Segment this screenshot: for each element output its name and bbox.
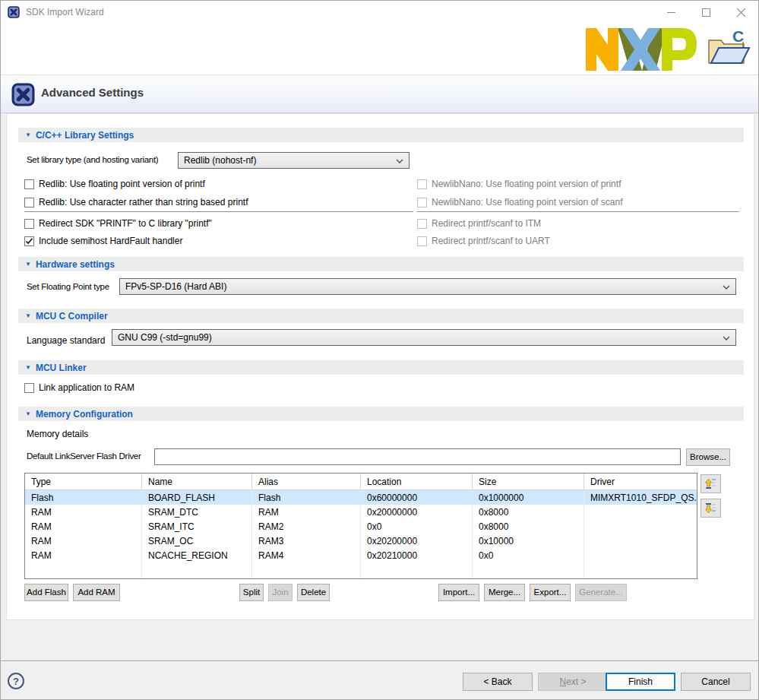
import-button[interactable]: Import... bbox=[438, 584, 479, 601]
join-button: Join bbox=[268, 584, 293, 601]
table-header-row: Type Name Alias Location Size Driver bbox=[25, 474, 697, 490]
chevron-down-icon bbox=[723, 336, 730, 340]
separator bbox=[1, 660, 758, 662]
collapse-arrow-icon[interactable]: ▼ bbox=[25, 131, 31, 138]
move-up-icon bbox=[704, 477, 717, 490]
chevron-down-icon bbox=[396, 159, 403, 163]
checkbox-box bbox=[417, 179, 427, 189]
checkbox-newlibnano-scanf: NewlibNano: Use floating point version o… bbox=[417, 196, 622, 208]
cell-driver: MIMXRT1010_SFDP_QS... bbox=[584, 490, 697, 505]
floating-point-value: FPv5-SP-D16 (Hard ABI) bbox=[125, 281, 226, 292]
checkbox-box[interactable] bbox=[24, 219, 34, 229]
move-up-button[interactable] bbox=[700, 474, 721, 493]
maximize-icon bbox=[702, 8, 710, 17]
close-icon bbox=[737, 8, 745, 17]
cell-location: 0x20000000 bbox=[361, 505, 473, 519]
table-row[interactable]: RAM SRAM_DTC RAM 0x20000000 0x8000 bbox=[25, 505, 697, 519]
split-button[interactable]: Split bbox=[239, 584, 264, 601]
checkbox-redlib-float-printf[interactable]: Redlib: Use floating point version of pr… bbox=[24, 178, 205, 190]
section-compiler-header[interactable]: ▼ MCU C Compiler bbox=[18, 309, 744, 323]
cell-size: 0x8000 bbox=[473, 519, 584, 534]
table-row[interactable]: Flash BOARD_FLASH Flash 0x60000000 0x100… bbox=[25, 490, 697, 505]
wizard-header: Advanced Settings bbox=[1, 74, 758, 113]
cell-name: BOARD_FLASH bbox=[142, 490, 252, 505]
library-type-label: Set library type (and hosting variant) bbox=[27, 155, 158, 164]
memory-table[interactable]: Type Name Alias Location Size Driver Fla… bbox=[24, 473, 697, 579]
column-header-name[interactable]: Name bbox=[142, 474, 252, 489]
floating-point-select[interactable]: FPv5-SP-D16 (Hard ABI) bbox=[119, 278, 736, 295]
add-ram-button[interactable]: Add RAM bbox=[73, 584, 120, 601]
checkbox-label: Link application to RAM bbox=[39, 382, 134, 393]
checkbox-semihost-hardfault[interactable]: Include semihost HardFault handler bbox=[24, 235, 182, 247]
cell-size: 0x1000000 bbox=[473, 490, 584, 505]
column-header-alias[interactable]: Alias bbox=[252, 474, 361, 489]
language-standard-label: Language standard bbox=[27, 335, 105, 346]
nxp-logo bbox=[585, 27, 699, 72]
table-row[interactable]: RAM NCACHE_REGION RAM4 0x20210000 0x0 bbox=[25, 548, 697, 562]
browse-button[interactable]: Browse... bbox=[686, 448, 730, 466]
collapse-arrow-icon[interactable]: ▼ bbox=[25, 312, 31, 319]
page-title: Advanced Settings bbox=[41, 86, 144, 99]
column-header-size[interactable]: Size bbox=[473, 474, 584, 489]
minimize-button[interactable] bbox=[653, 1, 688, 24]
cell-name: SRAM_OC bbox=[142, 534, 252, 548]
back-button[interactable]: < Back bbox=[463, 673, 533, 691]
cell-size: 0x8000 bbox=[473, 505, 584, 519]
move-down-button[interactable] bbox=[700, 499, 721, 518]
collapse-arrow-icon[interactable]: ▼ bbox=[25, 410, 31, 417]
cancel-button[interactable]: Cancel bbox=[681, 673, 751, 691]
maximize-button[interactable] bbox=[688, 1, 723, 24]
cell-alias: RAM4 bbox=[252, 548, 361, 562]
section-hardware-header[interactable]: ▼ Hardware settings bbox=[18, 257, 744, 271]
cell-name: SRAM_ITC bbox=[142, 519, 252, 534]
section-linker-title: MCU Linker bbox=[36, 363, 87, 373]
merge-button[interactable]: Merge... bbox=[484, 584, 525, 601]
next-button: Next > bbox=[538, 673, 608, 691]
cell-name: SRAM_DTC bbox=[142, 505, 252, 519]
checkbox-redlib-char-printf[interactable]: Redlib: Use character rather than string… bbox=[24, 196, 248, 208]
table-row[interactable]: RAM SRAM_OC RAM3 0x20200000 0x10000 bbox=[25, 534, 697, 548]
cell-driver bbox=[584, 534, 697, 548]
memory-details-label: Memory details bbox=[27, 429, 88, 439]
section-library-header[interactable]: ▼ C/C++ Library Settings bbox=[18, 128, 744, 142]
checkbox-box bbox=[417, 198, 427, 207]
cell-location: 0x20210000 bbox=[361, 548, 473, 562]
add-flash-button[interactable]: Add Flash bbox=[24, 584, 68, 601]
close-button[interactable] bbox=[723, 1, 758, 24]
flash-driver-input[interactable] bbox=[154, 448, 681, 465]
column-header-driver[interactable]: Driver bbox=[584, 474, 697, 489]
checkbox-newlibnano-printf: NewlibNano: Use floating point version o… bbox=[417, 178, 621, 190]
collapse-arrow-icon[interactable]: ▼ bbox=[25, 364, 31, 371]
finish-button[interactable]: Finish bbox=[606, 673, 675, 691]
export-button[interactable]: Export... bbox=[530, 584, 571, 601]
checkmark-icon bbox=[25, 237, 33, 245]
language-standard-select[interactable]: GNU C99 (-std=gnu99) bbox=[112, 329, 736, 346]
checkbox-link-to-ram[interactable]: Link application to RAM bbox=[24, 382, 134, 394]
column-header-location[interactable]: Location bbox=[361, 474, 473, 489]
section-memory-header[interactable]: ▼ Memory Configuration bbox=[18, 407, 744, 421]
checkbox-box bbox=[417, 236, 427, 246]
table-row[interactable]: RAM SRAM_ITC RAM2 0x0 0x8000 bbox=[25, 519, 697, 534]
cell-type: RAM bbox=[25, 548, 142, 562]
checkbox-box[interactable] bbox=[24, 179, 34, 189]
chevron-down-icon bbox=[723, 285, 730, 290]
table-empty-area bbox=[25, 562, 697, 578]
delete-button[interactable]: Delete bbox=[297, 584, 330, 601]
library-type-select[interactable]: Redlib (nohost-nf) bbox=[178, 152, 410, 169]
separator bbox=[417, 211, 739, 212]
column-header-type[interactable]: Type bbox=[25, 474, 142, 489]
section-linker-header[interactable]: ▼ MCU Linker bbox=[18, 360, 744, 375]
logo-row: C bbox=[1, 24, 758, 74]
checkbox-redirect-printf[interactable]: Redirect SDK "PRINTF" to C library "prin… bbox=[24, 217, 212, 230]
checkbox-box[interactable] bbox=[24, 236, 34, 246]
checkbox-label: Redlib: Use character rather than string… bbox=[39, 197, 248, 207]
collapse-arrow-icon[interactable]: ▼ bbox=[25, 261, 31, 268]
cell-alias: Flash bbox=[252, 490, 361, 505]
wizard-content: ▼ C/C++ Library Settings Set library typ… bbox=[6, 113, 754, 620]
checkbox-redirect-itm: Redirect printf/scanf to ITM bbox=[417, 217, 541, 230]
checkbox-box[interactable] bbox=[24, 198, 34, 207]
checkbox-box[interactable] bbox=[24, 383, 34, 393]
help-button[interactable]: ? bbox=[8, 673, 24, 689]
library-type-value: Redlib (nohost-nf) bbox=[184, 155, 256, 166]
window-titlebar: SDK Import Wizard bbox=[1, 1, 758, 24]
